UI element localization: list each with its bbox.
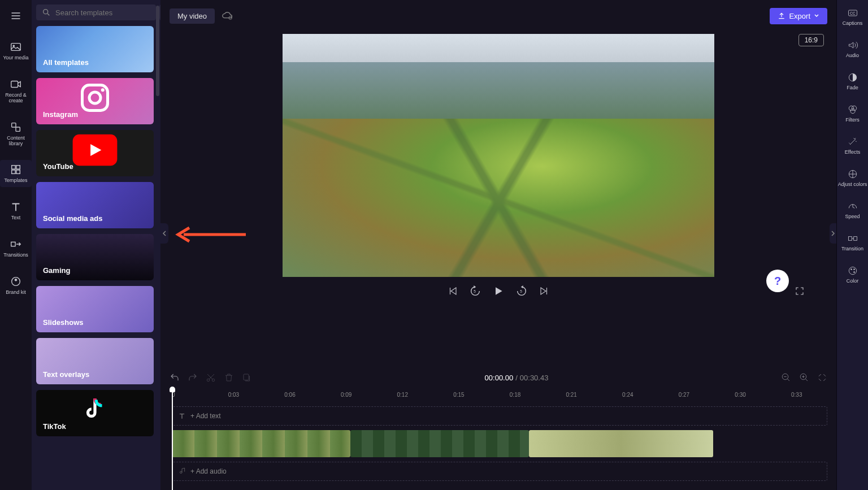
chevron-right-icon [831, 230, 835, 237]
template-slideshows[interactable]: Slideshows [36, 286, 154, 332]
delete-icon[interactable] [224, 372, 234, 383]
video-preview[interactable] [283, 34, 714, 277]
template-tiktok[interactable]: TikTok [36, 390, 154, 436]
filters-icon [847, 104, 858, 115]
project-name[interactable]: My video [170, 8, 215, 24]
svg-rect-34 [853, 237, 857, 241]
template-youtube[interactable]: YouTube [36, 130, 154, 176]
video-clip-2[interactable] [350, 430, 529, 457]
timeline-section: 00:00.00 / 00:30.43 00:030:060:090:120:1… [160, 365, 836, 490]
video-clip-3[interactable] [529, 430, 713, 457]
svg-text:5: 5 [520, 289, 522, 293]
text-icon [10, 201, 22, 213]
svg-point-30 [852, 106, 856, 110]
playhead[interactable] [172, 390, 173, 490]
right-properties-rail: CCCaptions Audio Fade Filters Effects Ad… [836, 0, 868, 490]
effects-icon [847, 136, 858, 148]
menu-button[interactable] [5, 5, 27, 27]
svg-point-29 [849, 106, 853, 110]
timeline-tracks: + Add text + Add audio [170, 406, 827, 481]
prop-filters[interactable]: Filters [837, 101, 869, 125]
search-input[interactable] [55, 8, 150, 17]
video-clip-1[interactable] [172, 430, 350, 457]
help-button[interactable]: ? [766, 270, 789, 292]
prop-adjust-colors[interactable]: Adjust colors [837, 166, 869, 190]
template-label: TikTok [43, 422, 66, 431]
ruler-tick: 0:15 [453, 392, 464, 398]
export-label: Export [789, 12, 810, 20]
prop-audio[interactable]: Audio [837, 37, 869, 61]
fit-icon[interactable] [817, 372, 827, 383]
nav-text[interactable]: Text [0, 197, 32, 224]
template-label: Social media ads [43, 214, 103, 223]
text-track[interactable]: + Add text [172, 406, 827, 426]
total-time: 00:30.43 [520, 374, 549, 382]
zoom-out-icon[interactable] [781, 372, 791, 383]
prop-fade[interactable]: Fade [837, 69, 869, 93]
media-icon [10, 41, 22, 53]
template-gaming[interactable]: Gaming [36, 234, 154, 280]
nav-transitions[interactable]: Transitions [0, 235, 32, 262]
play-icon[interactable] [493, 285, 504, 297]
adjust-icon [847, 168, 858, 180]
speed-icon [847, 201, 858, 212]
search-box[interactable] [36, 5, 156, 20]
template-instagram[interactable]: Instagram [36, 78, 154, 124]
prop-transition[interactable]: Transition [837, 230, 869, 254]
aspect-ratio-button[interactable]: 16:9 [798, 34, 824, 46]
transitions-icon [10, 238, 22, 250]
audio-track[interactable]: + Add audio [172, 462, 827, 481]
timeline-ruler[interactable]: 00:030:060:090:120:150:180:210:240:270:3… [170, 392, 827, 403]
rewind-5-icon[interactable]: 5 [469, 285, 481, 297]
cloud-sync-icon[interactable] [222, 10, 234, 22]
template-social-media-ads[interactable]: Social media ads [36, 182, 154, 228]
library-icon [10, 121, 22, 133]
template-list[interactable]: All templates Instagram YouTube Social m… [36, 26, 156, 490]
nav-content-library[interactable]: Content library [0, 118, 32, 150]
search-icon [42, 8, 51, 17]
video-track[interactable] [172, 430, 827, 457]
duplicate-icon[interactable] [242, 372, 252, 383]
collapse-panel-button[interactable] [160, 223, 168, 244]
main-area: My video Export 16:9 5 5 [160, 0, 836, 490]
prop-effects[interactable]: Effects [837, 133, 869, 158]
template-label: Slideshows [43, 318, 84, 327]
help-icon: ? [774, 275, 781, 288]
prop-color[interactable]: Color [837, 262, 869, 287]
audio-icon [847, 40, 858, 51]
scrollbar[interactable] [156, 6, 159, 96]
redo-icon[interactable] [188, 372, 198, 383]
nav-record-create[interactable]: Record & create [0, 75, 32, 107]
transition-icon [847, 233, 858, 244]
template-label: YouTube [43, 162, 73, 171]
chevron-down-icon [814, 13, 819, 19]
forward-5-icon[interactable]: 5 [515, 285, 528, 297]
export-button[interactable]: Export [770, 8, 827, 24]
svg-rect-23 [244, 374, 249, 380]
fullscreen-icon[interactable] [795, 286, 805, 296]
skip-back-icon[interactable] [448, 286, 458, 296]
template-label: Text overlays [43, 370, 89, 379]
svg-text:CC: CC [850, 11, 856, 15]
nav-brand-kit[interactable]: Brand kit [0, 272, 32, 299]
prop-speed[interactable]: Speed [837, 198, 869, 222]
ruler-tick: 0:12 [397, 392, 408, 398]
svg-rect-8 [16, 170, 20, 174]
nav-your-media[interactable]: Your media [0, 37, 32, 64]
time-display: 00:00.00 / 00:30.43 [485, 374, 549, 382]
template-text-overlays[interactable]: Text overlays [36, 338, 154, 384]
nav-label: Record & create [0, 93, 32, 104]
ruler-tick: 0:24 [622, 392, 633, 398]
undo-icon[interactable] [170, 372, 180, 383]
cut-icon[interactable] [206, 372, 216, 383]
ruler-tick: 0:18 [510, 392, 520, 398]
instagram-icon [78, 81, 112, 115]
nav-templates[interactable]: Templates [0, 160, 32, 187]
brand-icon [10, 275, 22, 288]
template-all[interactable]: All templates [36, 26, 154, 72]
color-icon [847, 265, 858, 276]
zoom-in-icon[interactable] [799, 372, 809, 383]
prop-captions[interactable]: CCCaptions [837, 5, 869, 29]
skip-forward-icon[interactable] [539, 286, 549, 296]
collapse-right-panel-button[interactable] [830, 223, 836, 244]
